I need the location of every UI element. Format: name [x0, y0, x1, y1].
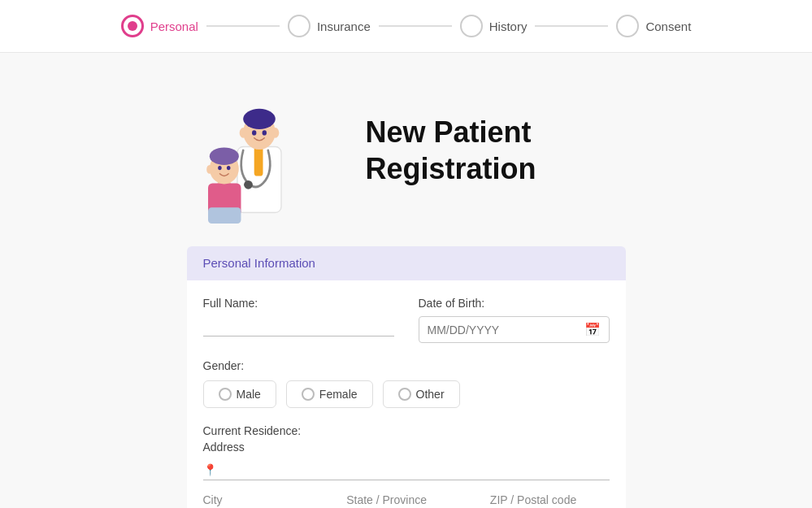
step-consent[interactable]: Consent	[616, 15, 691, 37]
step-insurance[interactable]: Insurance	[288, 15, 371, 37]
step-circle-insurance	[288, 15, 310, 37]
full-name-input[interactable]	[203, 316, 394, 336]
svg-point-8	[262, 130, 266, 135]
residence-label: Current Residence:	[203, 424, 610, 437]
gender-label: Gender:	[203, 359, 610, 372]
full-name-group: Full Name:	[203, 297, 394, 343]
svg-point-16	[218, 166, 222, 170]
gender-male[interactable]: Male	[203, 380, 276, 408]
section-header: Personal Information	[187, 246, 626, 280]
gender-options: Male Female Other	[203, 380, 610, 408]
calendar-icon: 📅	[584, 322, 601, 337]
svg-point-3	[243, 109, 276, 129]
gender-section: Gender: Male Female Other	[203, 359, 610, 408]
svg-point-17	[226, 166, 230, 170]
name-dob-row: Full Name: Date of Birth: 📅	[203, 297, 610, 343]
hero-text: New Patient Registration	[366, 114, 536, 187]
hero-section: New Patient Registration	[187, 77, 626, 224]
address-input-wrapper[interactable]: 📍	[203, 460, 610, 480]
gender-radio-female	[302, 388, 315, 401]
step-line-2	[379, 25, 452, 27]
svg-point-6	[244, 180, 253, 189]
full-name-label: Full Name:	[203, 297, 394, 310]
hero-illustration	[187, 77, 317, 224]
dob-input-wrapper[interactable]: 📅	[419, 316, 610, 343]
gender-other[interactable]: Other	[383, 380, 460, 408]
step-circle-consent	[616, 15, 639, 37]
svg-rect-12	[208, 207, 241, 224]
form-body: Full Name: Date of Birth: 📅 Gender:	[187, 297, 626, 508]
step-personal[interactable]: Personal	[121, 15, 198, 37]
page-title: New Patient Registration	[366, 114, 536, 187]
city-state-zip-row: City State / Province ZIP / Postal code	[203, 493, 610, 508]
step-line-1	[206, 25, 280, 27]
step-label-personal: Personal	[150, 20, 198, 33]
gender-radio-male	[219, 388, 232, 401]
address-sublabel: Address	[203, 441, 610, 454]
main-content: New Patient Registration Personal Inform…	[0, 53, 812, 508]
gender-female[interactable]: Female	[286, 380, 373, 408]
step-history[interactable]: History	[460, 15, 528, 37]
svg-point-14	[209, 147, 238, 165]
city-label: City	[203, 493, 323, 508]
gender-male-label: Male	[237, 388, 261, 401]
svg-point-4	[239, 128, 246, 138]
zip-label: ZIP / Postal code	[490, 493, 610, 508]
gender-radio-other	[398, 388, 411, 401]
step-circle-personal	[121, 15, 144, 37]
state-label: State / Province	[346, 493, 466, 508]
location-icon: 📍	[203, 463, 217, 476]
step-label-insurance: Insurance	[317, 20, 371, 33]
section-title: Personal Information	[203, 256, 315, 270]
step-circle-history	[460, 15, 483, 37]
step-label-consent: Consent	[645, 20, 691, 33]
address-input[interactable]	[222, 463, 610, 476]
dob-group: Date of Birth: 📅	[419, 297, 610, 343]
svg-point-15	[206, 165, 212, 174]
step-label-history: History	[489, 20, 528, 33]
svg-point-7	[252, 130, 256, 135]
step-line-3	[535, 25, 608, 27]
gender-other-label: Other	[416, 388, 445, 401]
registration-form: Personal Information Full Name: Date of …	[187, 246, 626, 508]
dob-input[interactable]	[428, 323, 578, 336]
stepper: Personal Insurance History Consent	[0, 0, 812, 53]
address-section: Current Residence: Address 📍	[203, 424, 610, 480]
svg-rect-1	[254, 147, 263, 176]
dob-label: Date of Birth:	[419, 297, 610, 310]
svg-point-5	[271, 128, 279, 138]
gender-female-label: Female	[319, 388, 358, 401]
